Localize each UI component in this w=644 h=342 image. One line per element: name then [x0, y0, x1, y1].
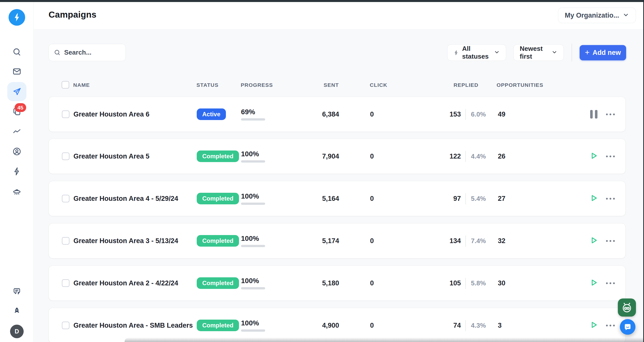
progress-percent: 100% [241, 192, 259, 200]
campaign-name[interactable]: Greater Houston Area 6 [73, 97, 149, 132]
progress-bar [241, 245, 265, 247]
status-badge: Completed [197, 320, 239, 331]
chevron-down-icon [494, 49, 500, 56]
sidebar-item-feedback[interactable] [11, 285, 23, 297]
status-filter-dropdown[interactable]: All statuses [447, 44, 506, 61]
status-badge: Completed [197, 235, 239, 247]
sidebar: 45 D [0, 2, 34, 342]
progress-percent: 100% [241, 277, 259, 285]
play-icon [589, 151, 598, 161]
progress-cell: 100% [241, 181, 265, 216]
add-new-button[interactable]: + Add new [580, 45, 626, 60]
click-count: 0 [370, 266, 374, 300]
status-bolt-icon [454, 49, 459, 56]
campaign-row[interactable]: Greater Houston Area 2 - 4/22/24 Complet… [49, 265, 626, 301]
row-checkbox-cell [62, 223, 69, 258]
organization-selector[interactable]: My Organizatio... [558, 8, 636, 23]
user-avatar[interactable]: D [10, 325, 24, 338]
row-more-button[interactable] [604, 266, 617, 300]
replied-divider [465, 193, 466, 204]
column-header-status: STATUS [196, 82, 218, 88]
sidebar-item-analytics[interactable] [11, 125, 23, 137]
sidebar-item-whats-new[interactable] [11, 305, 23, 317]
chat-bubble-icon [623, 323, 632, 331]
row-checkbox[interactable] [62, 195, 69, 202]
sort-dropdown[interactable]: Newest first [513, 44, 564, 61]
column-header-name: NAME [73, 82, 90, 88]
row-checkbox[interactable] [62, 153, 69, 160]
campaign-name[interactable]: Greater Houston Area 5 [73, 139, 149, 174]
progress-percent: 69% [241, 108, 255, 116]
row-action-button[interactable] [587, 223, 600, 258]
trend-line-icon [12, 127, 21, 136]
campaign-row[interactable]: Greater Houston Area 6 Active 69% 6,384 … [49, 97, 626, 132]
row-more-button[interactable] [604, 139, 617, 174]
row-action-button[interactable] [587, 139, 600, 174]
campaign-name[interactable]: Greater Houston Area 4 - 5/29/24 [73, 181, 178, 216]
campaign-name[interactable]: Greater Houston Area 3 - 5/13/24 [73, 223, 178, 258]
row-more-button[interactable] [604, 223, 617, 258]
row-checkbox[interactable] [62, 322, 69, 329]
campaign-row[interactable]: Greater Houston Area 3 - 5/13/24 Complet… [49, 223, 626, 258]
chevron-down-icon [623, 12, 629, 19]
row-checkbox[interactable] [62, 279, 69, 287]
sent-count: 5,180 [289, 266, 339, 300]
opportunities-count: 3 [498, 308, 502, 342]
sidebar-item-actions[interactable] [11, 165, 23, 177]
row-action-button[interactable] [587, 308, 600, 342]
replied-divider [465, 320, 466, 331]
campaign-row[interactable]: Greater Houston Area 4 - 5/29/24 Complet… [49, 181, 626, 216]
assistant-widget-button[interactable] [618, 298, 636, 317]
sent-count: 5,164 [289, 181, 339, 216]
status-badge: Completed [197, 277, 239, 289]
campaign-row[interactable]: Greater Houston Area - SMB Leaders Compl… [49, 308, 626, 342]
sidebar-item-inbox[interactable] [11, 65, 23, 78]
chat-messenger-button[interactable] [620, 319, 635, 335]
progress-cell: 100% [241, 223, 265, 258]
progress-bar [241, 287, 265, 289]
status-cell: Completed [197, 266, 239, 300]
row-action-button[interactable] [587, 181, 600, 216]
click-count: 0 [370, 97, 374, 132]
toolbar-divider [572, 44, 572, 61]
chat-bolt-icon [12, 287, 21, 296]
replied-percent: 6.0% [471, 97, 486, 132]
app-logo[interactable] [9, 9, 25, 26]
sent-count: 4,900 [289, 308, 339, 342]
search-input[interactable] [64, 49, 114, 56]
replied-divider [465, 109, 466, 120]
progress-cell: 100% [241, 139, 265, 174]
column-header-sent: SENT [289, 82, 339, 88]
row-checkbox[interactable] [62, 110, 69, 118]
sidebar-item-campaigns[interactable] [11, 86, 23, 98]
row-action-button[interactable] [587, 97, 600, 132]
replied-divider [465, 278, 466, 289]
row-checkbox-cell [62, 139, 69, 174]
bottom-edge-shadow [125, 337, 644, 342]
sidebar-item-explore[interactable] [11, 185, 23, 198]
click-count: 0 [370, 181, 374, 216]
row-more-button[interactable] [604, 181, 617, 216]
row-more-button[interactable] [604, 97, 617, 132]
lightning-logo-icon [12, 13, 22, 22]
sidebar-item-search[interactable] [11, 46, 23, 58]
status-cell: Completed [197, 308, 239, 342]
replied-count: 97 [411, 181, 461, 216]
notification-badge: 45 [15, 103, 26, 112]
row-more-button[interactable] [604, 308, 617, 342]
status-cell: Completed [197, 181, 239, 216]
campaign-name[interactable]: Greater Houston Area 2 - 4/22/24 [73, 266, 178, 300]
select-all-checkbox[interactable] [62, 81, 69, 89]
row-checkbox[interactable] [62, 237, 69, 245]
progress-bar [241, 118, 265, 121]
campaign-row[interactable]: Greater Houston Area 5 Completed 100% 7,… [49, 139, 626, 174]
campaign-name[interactable]: Greater Houston Area - SMB Leaders [73, 308, 193, 342]
column-header-replied: REPLIED [454, 82, 478, 88]
search-box[interactable] [49, 44, 126, 61]
play-icon [589, 194, 598, 204]
user-circle-icon [12, 147, 21, 156]
sidebar-item-crm[interactable] [11, 145, 23, 158]
row-action-button[interactable] [587, 266, 600, 300]
sent-count: 6,384 [289, 97, 339, 132]
progress-bar [241, 329, 265, 332]
